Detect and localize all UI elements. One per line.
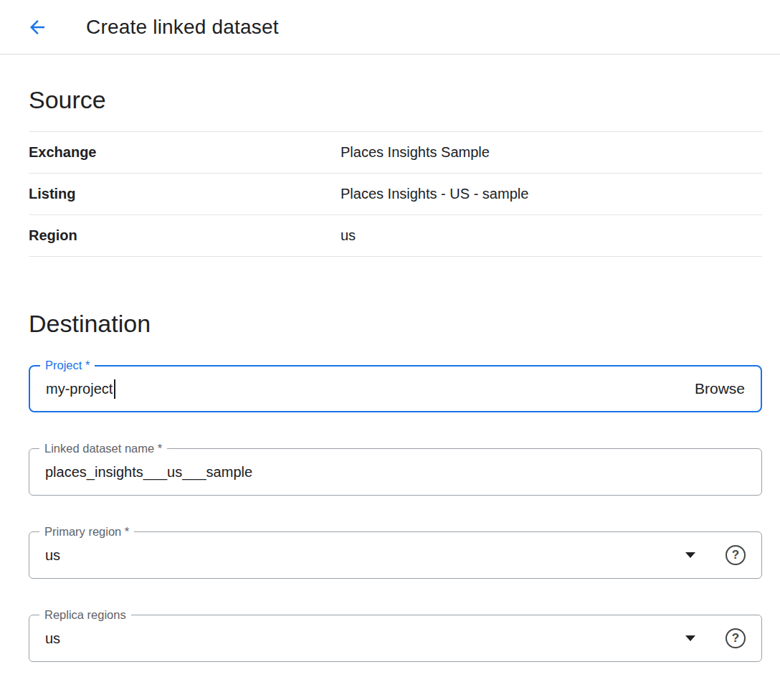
help-icon[interactable]: ? <box>726 628 746 648</box>
back-button[interactable] <box>22 11 53 43</box>
project-field[interactable]: Project * my-project Browse <box>29 365 762 412</box>
chevron-down-icon[interactable] <box>685 552 695 558</box>
replica-regions-label: Replica regions <box>39 607 131 623</box>
primary-region-value: us <box>45 547 60 564</box>
row-label-region: Region <box>29 227 341 244</box>
row-value-region: us <box>341 227 356 244</box>
table-row-exchange: Exchange Places Insights Sample <box>29 132 762 174</box>
destination-section-heading: Destination <box>29 310 762 338</box>
linked-dataset-name-field[interactable]: Linked dataset name * places_insights___… <box>29 448 762 496</box>
arrow-back-icon <box>27 16 48 38</box>
text-cursor <box>114 379 115 399</box>
main-content: Source Exchange Places Insights Sample L… <box>0 55 780 662</box>
source-table: Exchange Places Insights Sample Listing … <box>29 131 762 257</box>
project-field-value[interactable]: my-project <box>46 381 113 397</box>
row-value-listing: Places Insights - US - sample <box>341 186 528 202</box>
row-label-listing: Listing <box>29 186 341 202</box>
table-row-region: Region us <box>29 215 762 257</box>
primary-region-select[interactable]: Primary region * us ? <box>29 531 762 579</box>
page-header: Create linked dataset <box>0 0 780 55</box>
replica-regions-select[interactable]: Replica regions us ? <box>29 615 762 662</box>
table-row-listing: Listing Places Insights - US - sample <box>29 174 762 215</box>
row-value-exchange: Places Insights Sample <box>341 144 490 161</box>
browse-button[interactable]: Browse <box>695 380 745 397</box>
project-field-label: Project * <box>40 358 95 373</box>
linked-dataset-name-label: Linked dataset name * <box>39 441 167 456</box>
primary-region-label: Primary region * <box>39 524 134 539</box>
help-icon[interactable]: ? <box>726 545 746 565</box>
page-title: Create linked dataset <box>86 16 279 39</box>
chevron-down-icon[interactable] <box>685 635 695 641</box>
row-label-exchange: Exchange <box>29 144 341 161</box>
linked-dataset-name-value[interactable]: places_insights___us___sample <box>45 464 252 481</box>
source-section-heading: Source <box>29 86 762 114</box>
replica-regions-value: us <box>45 630 60 647</box>
